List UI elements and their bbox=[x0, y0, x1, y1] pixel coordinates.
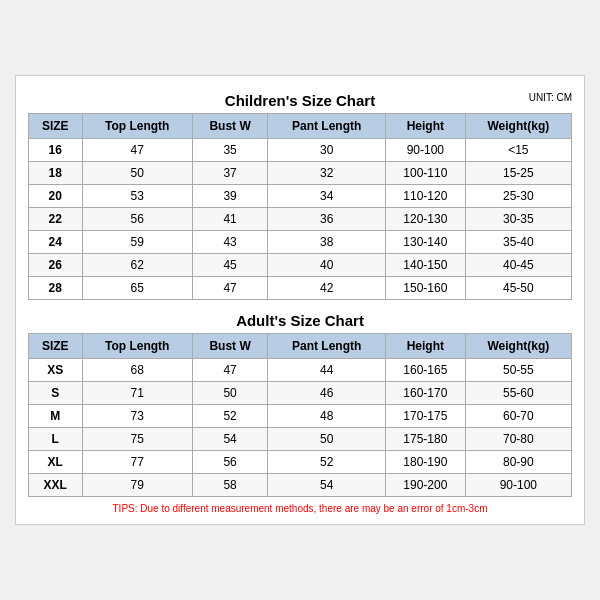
data-cell: 175-180 bbox=[386, 428, 466, 451]
table-row: XXL795854190-20090-100 bbox=[29, 474, 572, 497]
data-cell: 34 bbox=[268, 185, 386, 208]
size-cell: 18 bbox=[29, 162, 83, 185]
data-cell: 59 bbox=[82, 231, 192, 254]
data-cell: 70-80 bbox=[465, 428, 571, 451]
chart-container: Children's Size Chart UNIT: CM SIZE Top … bbox=[15, 75, 585, 525]
data-cell: 32 bbox=[268, 162, 386, 185]
tips-text: TIPS: Due to different measurement metho… bbox=[28, 503, 572, 514]
size-cell: XS bbox=[29, 359, 83, 382]
data-cell: 56 bbox=[82, 208, 192, 231]
table-row: M735248170-17560-70 bbox=[29, 405, 572, 428]
data-cell: 160-170 bbox=[386, 382, 466, 405]
data-cell: 30 bbox=[268, 139, 386, 162]
data-cell: 150-160 bbox=[386, 277, 466, 300]
data-cell: 180-190 bbox=[386, 451, 466, 474]
data-cell: 140-150 bbox=[386, 254, 466, 277]
col-header-size: SIZE bbox=[29, 114, 83, 139]
table-row: L755450175-18070-80 bbox=[29, 428, 572, 451]
size-cell: M bbox=[29, 405, 83, 428]
col-header-top-length-adult: Top Length bbox=[82, 334, 192, 359]
data-cell: 54 bbox=[192, 428, 268, 451]
data-cell: 41 bbox=[192, 208, 268, 231]
data-cell: 58 bbox=[192, 474, 268, 497]
data-cell: 45 bbox=[192, 254, 268, 277]
children-size-table: SIZE Top Length Bust W Pant Length Heigh… bbox=[28, 113, 572, 300]
table-row: 18503732100-11015-25 bbox=[29, 162, 572, 185]
data-cell: 38 bbox=[268, 231, 386, 254]
children-header-row: SIZE Top Length Bust W Pant Length Heigh… bbox=[29, 114, 572, 139]
data-cell: 100-110 bbox=[386, 162, 466, 185]
unit-label: UNIT: CM bbox=[529, 92, 572, 103]
data-cell: 53 bbox=[82, 185, 192, 208]
data-cell: 130-140 bbox=[386, 231, 466, 254]
size-cell: 26 bbox=[29, 254, 83, 277]
data-cell: 73 bbox=[82, 405, 192, 428]
col-header-bust-w-adult: Bust W bbox=[192, 334, 268, 359]
table-row: 28654742150-16045-50 bbox=[29, 277, 572, 300]
data-cell: 45-50 bbox=[465, 277, 571, 300]
data-cell: 120-130 bbox=[386, 208, 466, 231]
data-cell: 43 bbox=[192, 231, 268, 254]
data-cell: 170-175 bbox=[386, 405, 466, 428]
data-cell: 37 bbox=[192, 162, 268, 185]
data-cell: 47 bbox=[192, 359, 268, 382]
table-row: S715046160-17055-60 bbox=[29, 382, 572, 405]
data-cell: 71 bbox=[82, 382, 192, 405]
table-row: XS684744160-16550-55 bbox=[29, 359, 572, 382]
data-cell: 77 bbox=[82, 451, 192, 474]
data-cell: 48 bbox=[268, 405, 386, 428]
data-cell: 160-165 bbox=[386, 359, 466, 382]
adults-header-row: SIZE Top Length Bust W Pant Length Heigh… bbox=[29, 334, 572, 359]
data-cell: 54 bbox=[268, 474, 386, 497]
data-cell: 39 bbox=[192, 185, 268, 208]
table-row: 1647353090-100<15 bbox=[29, 139, 572, 162]
size-cell: 20 bbox=[29, 185, 83, 208]
data-cell: 36 bbox=[268, 208, 386, 231]
data-cell: 40-45 bbox=[465, 254, 571, 277]
size-cell: L bbox=[29, 428, 83, 451]
col-header-height-adult: Height bbox=[386, 334, 466, 359]
adults-title: Adult's Size Chart bbox=[236, 312, 364, 329]
table-row: XL775652180-19080-90 bbox=[29, 451, 572, 474]
size-cell: 28 bbox=[29, 277, 83, 300]
children-section-header: Children's Size Chart UNIT: CM bbox=[28, 86, 572, 113]
data-cell: 50-55 bbox=[465, 359, 571, 382]
size-cell: 22 bbox=[29, 208, 83, 231]
col-header-bust-w: Bust W bbox=[192, 114, 268, 139]
size-cell: 24 bbox=[29, 231, 83, 254]
table-row: 24594338130-14035-40 bbox=[29, 231, 572, 254]
data-cell: 46 bbox=[268, 382, 386, 405]
col-header-size-adult: SIZE bbox=[29, 334, 83, 359]
data-cell: 75 bbox=[82, 428, 192, 451]
data-cell: 50 bbox=[82, 162, 192, 185]
data-cell: 50 bbox=[268, 428, 386, 451]
data-cell: 35-40 bbox=[465, 231, 571, 254]
data-cell: 52 bbox=[192, 405, 268, 428]
col-header-height: Height bbox=[386, 114, 466, 139]
data-cell: 68 bbox=[82, 359, 192, 382]
data-cell: 62 bbox=[82, 254, 192, 277]
col-header-pant-length-adult: Pant Length bbox=[268, 334, 386, 359]
data-cell: 47 bbox=[82, 139, 192, 162]
data-cell: 90-100 bbox=[386, 139, 466, 162]
data-cell: <15 bbox=[465, 139, 571, 162]
data-cell: 60-70 bbox=[465, 405, 571, 428]
data-cell: 80-90 bbox=[465, 451, 571, 474]
data-cell: 15-25 bbox=[465, 162, 571, 185]
col-header-pant-length: Pant Length bbox=[268, 114, 386, 139]
size-cell: XL bbox=[29, 451, 83, 474]
data-cell: 190-200 bbox=[386, 474, 466, 497]
data-cell: 56 bbox=[192, 451, 268, 474]
data-cell: 52 bbox=[268, 451, 386, 474]
size-cell: XXL bbox=[29, 474, 83, 497]
data-cell: 25-30 bbox=[465, 185, 571, 208]
adults-section-header: Adult's Size Chart bbox=[28, 306, 572, 333]
data-cell: 44 bbox=[268, 359, 386, 382]
size-cell: S bbox=[29, 382, 83, 405]
col-header-weight: Weight(kg) bbox=[465, 114, 571, 139]
size-cell: 16 bbox=[29, 139, 83, 162]
data-cell: 35 bbox=[192, 139, 268, 162]
data-cell: 30-35 bbox=[465, 208, 571, 231]
data-cell: 65 bbox=[82, 277, 192, 300]
data-cell: 40 bbox=[268, 254, 386, 277]
